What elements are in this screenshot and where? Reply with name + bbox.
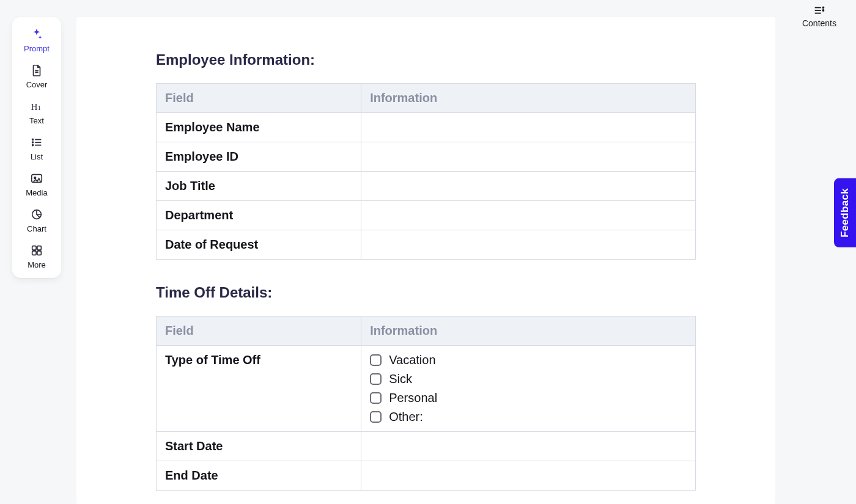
timeoff-table: Field Information Type of Time Off Vacat… — [156, 316, 696, 491]
tool-more-label: More — [28, 260, 46, 269]
tool-prompt-label: Prompt — [24, 44, 50, 53]
checklist-item[interactable]: Personal — [370, 391, 687, 405]
table-header: Information — [361, 316, 696, 346]
svg-rect-11 — [32, 246, 36, 250]
table-row: Job Title — [157, 172, 696, 201]
checklist: Vacation Sick Personal — [370, 353, 687, 424]
table-row: Employee ID — [157, 142, 696, 172]
checkbox-icon[interactable] — [370, 392, 382, 404]
tool-list[interactable]: List — [12, 130, 61, 163]
svg-rect-13 — [32, 251, 36, 255]
field-cell: Date of Request — [157, 230, 361, 260]
field-cell: Type of Time Off — [157, 346, 361, 432]
table-header: Field — [157, 316, 361, 346]
tool-cover-label: Cover — [26, 80, 48, 89]
tool-cover[interactable]: Cover — [12, 58, 61, 90]
svg-rect-14 — [37, 251, 41, 255]
checklist-item[interactable]: Vacation — [370, 353, 687, 367]
checklist-item[interactable]: Other: — [370, 410, 687, 424]
table-header: Information — [361, 84, 696, 113]
svg-text:H: H — [31, 102, 38, 112]
table-header: Field — [157, 84, 361, 113]
value-cell[interactable] — [361, 461, 696, 491]
svg-text:1: 1 — [38, 104, 41, 111]
tool-media[interactable]: Media — [12, 166, 61, 199]
image-icon — [29, 171, 44, 186]
field-cell: Department — [157, 201, 361, 230]
checklist-label: Vacation — [389, 353, 435, 367]
contents-icon — [813, 4, 826, 17]
value-cell[interactable] — [361, 230, 696, 260]
value-cell[interactable] — [361, 172, 696, 201]
checklist-label: Other: — [389, 410, 423, 424]
field-cell: End Date — [157, 461, 361, 491]
checklist-item[interactable]: Sick — [370, 372, 687, 386]
checklist-label: Sick — [389, 372, 412, 386]
tool-more[interactable]: More — [12, 238, 61, 271]
svg-point-18 — [822, 7, 824, 8]
svg-point-9 — [34, 177, 36, 179]
employee-info-table: Field Information Employee Name Employee… — [156, 83, 696, 260]
table-row: Employee Name — [157, 113, 696, 142]
tool-text[interactable]: H1 Text — [12, 94, 61, 126]
field-cell: Employee ID — [157, 142, 361, 172]
table-row: End Date — [157, 461, 696, 491]
tool-text-label: Text — [29, 116, 44, 125]
svg-point-6 — [32, 142, 34, 143]
checkbox-icon[interactable] — [370, 411, 382, 423]
toolbox: Prompt Cover H1 Text List Media — [12, 17, 61, 278]
field-cell: Employee Name — [157, 113, 361, 142]
value-cell[interactable] — [361, 432, 696, 461]
heading-icon: H1 — [29, 99, 44, 114]
svg-point-7 — [32, 145, 34, 146]
table-row: Date of Request — [157, 230, 696, 260]
piechart-icon — [29, 207, 44, 222]
field-cell: Job Title — [157, 172, 361, 201]
right-rail: Contents — [783, 0, 856, 504]
tool-chart-label: Chart — [27, 224, 46, 233]
tool-chart[interactable]: Chart — [12, 202, 61, 235]
document[interactable]: Employee Information: Field Information … — [76, 17, 775, 504]
section-heading-timeoff: Time Off Details: — [156, 284, 696, 301]
page-icon — [29, 63, 44, 78]
feedback-tab[interactable]: Feedback — [834, 178, 856, 247]
grid-icon — [29, 243, 44, 258]
field-cell: Start Date — [157, 432, 361, 461]
value-cell[interactable] — [361, 142, 696, 172]
svg-point-19 — [822, 10, 824, 11]
contents-button[interactable]: Contents — [802, 4, 836, 28]
sparkle-icon — [29, 27, 44, 42]
svg-point-5 — [32, 139, 34, 141]
checkbox-icon[interactable] — [370, 373, 382, 385]
svg-rect-12 — [37, 246, 41, 250]
checkbox-icon[interactable] — [370, 354, 382, 366]
tool-media-label: Media — [26, 188, 47, 197]
table-row: Type of Time Off Vacation Sick — [157, 346, 696, 432]
checklist-label: Personal — [389, 391, 437, 405]
value-cell[interactable] — [361, 113, 696, 142]
list-icon — [29, 135, 44, 150]
section-heading-employee-info: Employee Information: — [156, 51, 696, 68]
tool-prompt[interactable]: Prompt — [12, 22, 61, 54]
table-row: Start Date — [157, 432, 696, 461]
table-row: Department — [157, 201, 696, 230]
canvas: Employee Information: Field Information … — [76, 17, 775, 504]
value-cell[interactable]: Vacation Sick Personal — [361, 346, 696, 432]
tool-list-label: List — [31, 152, 43, 161]
value-cell[interactable] — [361, 201, 696, 230]
contents-label: Contents — [802, 18, 836, 28]
